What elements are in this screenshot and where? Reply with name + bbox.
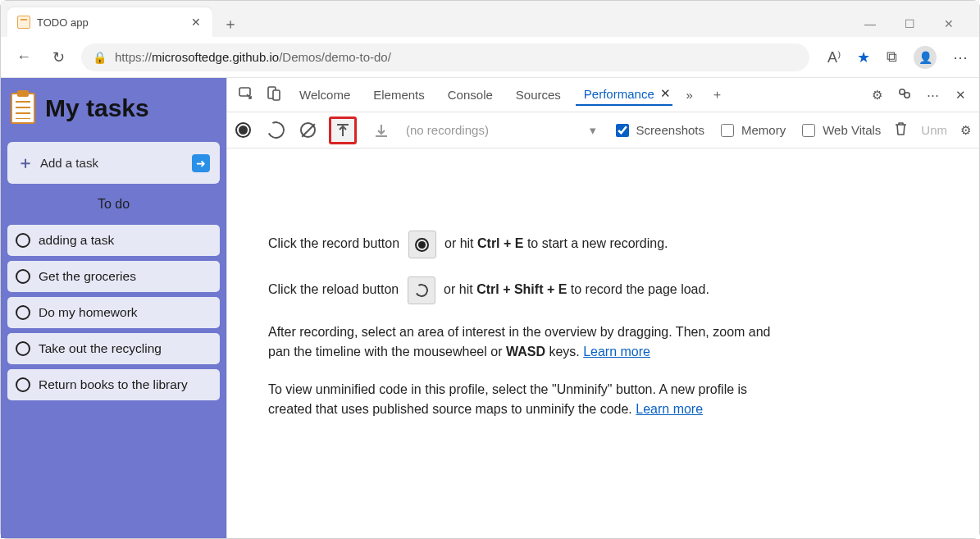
- new-tab-plus-icon[interactable]: ＋: [707, 87, 728, 103]
- feedback-icon[interactable]: [894, 86, 915, 103]
- window-maximize-icon[interactable]: ☐: [897, 17, 922, 30]
- task-text: Take out the recycling: [39, 341, 162, 356]
- task-text: adding a task: [39, 233, 114, 248]
- page-title-text: My tasks: [45, 94, 149, 122]
- browser-tab[interactable]: TODO app ✕: [7, 7, 212, 37]
- clipboard-icon: [11, 93, 35, 124]
- task-text: Return books to the library: [39, 377, 188, 392]
- browser-menu-icon[interactable]: ⋯: [953, 48, 968, 66]
- url-host: microsoftedge.github.io: [152, 50, 279, 64]
- svg-point-4: [905, 93, 909, 98]
- performance-empty-state: Click the record button or hit Ctrl + E …: [227, 148, 979, 538]
- unminify-hint: To view unminified code in this profile,…: [268, 380, 793, 419]
- url-prefix: https://: [115, 50, 152, 64]
- screenshots-checkbox-input[interactable]: [616, 124, 629, 137]
- plus-icon: ＋: [17, 152, 34, 174]
- close-tab-icon[interactable]: ✕: [189, 16, 203, 29]
- record-button[interactable]: [235, 122, 251, 138]
- tab-performance[interactable]: Performance ✕: [576, 84, 672, 106]
- page-title: My tasks: [11, 93, 217, 124]
- add-task-label: Add a task: [40, 156, 98, 170]
- record-button-icon: [408, 231, 436, 258]
- profile-avatar-icon[interactable]: 👤: [914, 46, 937, 69]
- unminify-button[interactable]: Unm: [921, 123, 947, 137]
- task-circle-icon[interactable]: [16, 269, 30, 284]
- task-text: Do my homework: [39, 305, 138, 320]
- add-task-go-icon[interactable]: ➜: [192, 154, 210, 172]
- svg-point-3: [900, 89, 905, 94]
- devtools-close-icon[interactable]: ✕: [950, 88, 971, 103]
- url-path: /Demos/demo-to-do/: [279, 50, 391, 64]
- browser-titlebar: TODO app ✕ ＋ — ☐ ✕: [1, 1, 979, 37]
- devtools-menu-icon[interactable]: ⋯: [922, 88, 943, 103]
- tab-elements[interactable]: Elements: [365, 85, 433, 105]
- list-item[interactable]: Do my homework: [7, 297, 220, 328]
- memory-checkbox-input[interactable]: [721, 124, 734, 137]
- new-tab-button[interactable]: ＋: [217, 11, 244, 37]
- url-input[interactable]: 🔒 https://microsoftedge.github.io/Demos/…: [81, 43, 809, 71]
- tab-title: TODO app: [37, 16, 183, 29]
- list-item[interactable]: Return books to the library: [7, 369, 220, 400]
- read-aloud-icon[interactable]: A⁾: [827, 48, 841, 66]
- trash-icon[interactable]: [894, 121, 908, 139]
- screenshots-label: Screenshots: [636, 123, 704, 137]
- todo-section-label: To do: [7, 197, 220, 212]
- web-vitals-checkbox[interactable]: Web Vitals: [799, 121, 881, 139]
- tab-performance-label: Performance: [584, 87, 654, 101]
- tab-console[interactable]: Console: [440, 85, 501, 105]
- site-lock-icon[interactable]: 🔒: [93, 51, 107, 64]
- favorite-star-icon[interactable]: ★: [857, 48, 870, 66]
- device-toolbar-icon[interactable]: [263, 86, 285, 103]
- reload-hint: Click the reload button or hit Ctrl + Sh…: [268, 276, 793, 304]
- learn-more-link[interactable]: Learn more: [583, 345, 650, 359]
- window-close-icon[interactable]: ✕: [937, 17, 961, 30]
- tab-welcome[interactable]: Welcome: [291, 85, 358, 105]
- devtools-tabbar: Welcome Elements Console Sources Perform…: [227, 78, 979, 112]
- address-bar: ← ↻ 🔒 https://microsoftedge.github.io/De…: [1, 37, 979, 78]
- inspect-element-icon[interactable]: [235, 86, 257, 103]
- recordings-placeholder: (no recordings): [406, 123, 489, 137]
- record-hint: Click the record button or hit Ctrl + E …: [268, 231, 793, 258]
- svg-rect-0: [239, 88, 250, 96]
- list-item[interactable]: Take out the recycling: [7, 333, 220, 364]
- tab-sources[interactable]: Sources: [508, 85, 569, 105]
- settings-gear-icon[interactable]: ⚙: [866, 88, 887, 103]
- add-task-card[interactable]: ＋ Add a task ➜: [7, 142, 220, 184]
- devtools-panel: Welcome Elements Console Sources Perform…: [226, 78, 979, 538]
- learn-more-link[interactable]: Learn more: [636, 402, 703, 416]
- task-circle-icon[interactable]: [16, 233, 30, 248]
- more-tabs-icon[interactable]: »: [679, 88, 700, 102]
- list-item[interactable]: adding a task: [7, 225, 220, 256]
- reload-button-icon: [408, 276, 435, 304]
- web-vitals-label: Web Vitals: [823, 123, 881, 137]
- recordings-dropdown-icon[interactable]: ▾: [590, 123, 596, 138]
- nav-refresh-icon[interactable]: ↻: [47, 48, 70, 66]
- save-profile-button[interactable]: [370, 119, 393, 142]
- task-text: Get the groceries: [39, 269, 136, 284]
- memory-checkbox[interactable]: Memory: [718, 121, 786, 139]
- after-recording-hint: After recording, select an area of inter…: [268, 322, 793, 362]
- performance-toolbar: (no recordings) ▾ Screenshots Memory Web…: [227, 112, 979, 148]
- collections-icon[interactable]: ⧉: [887, 48, 897, 66]
- memory-label: Memory: [741, 123, 786, 137]
- capture-settings-gear-icon[interactable]: ⚙: [960, 123, 971, 138]
- task-circle-icon[interactable]: [16, 305, 30, 320]
- close-tab-icon[interactable]: ✕: [660, 86, 671, 101]
- tab-favicon-clipboard-icon: [17, 16, 30, 29]
- list-item[interactable]: Get the groceries: [7, 261, 220, 292]
- screenshots-checkbox[interactable]: Screenshots: [613, 121, 704, 139]
- reload-record-button[interactable]: [264, 119, 287, 142]
- task-list: adding a task Get the groceries Do my ho…: [7, 225, 220, 400]
- window-minimize-icon[interactable]: —: [858, 17, 882, 30]
- svg-rect-2: [273, 90, 280, 100]
- task-circle-icon[interactable]: [16, 377, 30, 392]
- clear-button[interactable]: [300, 122, 316, 138]
- nav-back-icon[interactable]: ←: [12, 48, 35, 66]
- task-circle-icon[interactable]: [16, 341, 30, 356]
- page-todo-app: My tasks ＋ Add a task ➜ To do adding a t…: [1, 78, 226, 538]
- load-profile-button[interactable]: [329, 116, 357, 144]
- web-vitals-checkbox-input[interactable]: [802, 124, 815, 137]
